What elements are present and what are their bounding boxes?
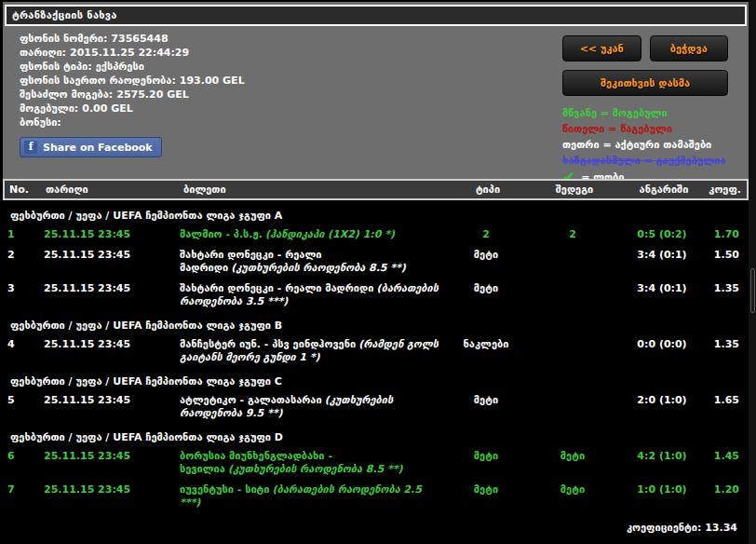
bet-info-block: ფსონის ნომერი:73565448 თარიღი:2015.11.25… xyxy=(20,32,245,157)
ask-question-button[interactable]: შეკითხვის დასმა xyxy=(562,70,728,96)
possible-win-label: შესაძლო მოგება: xyxy=(20,88,113,101)
legend-lost: წითელი = წაგებული xyxy=(562,121,728,137)
bet-number-value: 73565448 xyxy=(111,33,168,45)
row-score: 0:5 (0:2) xyxy=(623,228,701,241)
table-body: ფეხბურთი / უეფა / UEFA ჩემპიონთა ლიგა ჯგ… xyxy=(3,200,749,534)
legend: მწვანე = მოგებული წითელი = წაგებული თეთრ… xyxy=(562,105,728,185)
facebook-icon: f xyxy=(24,141,37,154)
bet-number-line: ფსონის ნომერი:73565448 xyxy=(20,32,245,46)
header-score: ანგარიში xyxy=(625,182,703,197)
row-score: 1:0 (1:0) xyxy=(623,483,701,510)
row-market: (ჰანდიკაპი (1X2) 1:0 *) xyxy=(265,228,395,240)
row-ticket: შახტარი დონეცკი - რეალი მადრიდი(კუთხურებ… xyxy=(180,249,450,275)
row-ticket: იუვენტუსი - სიტი(ბარათების რაოდენობა 2.5… xyxy=(180,483,450,510)
row-date: 25.11.15 23:45 xyxy=(36,450,180,476)
bonus-line: ბონუსი: xyxy=(20,116,245,129)
table-row: 3 25.11.15 23:45 შახტარი დონეცკი - რეალი… xyxy=(3,279,749,312)
table-row: 5 25.11.15 23:45 ატლეტიკო - გალათასარაი(… xyxy=(3,390,749,424)
row-coef: 1.65 xyxy=(701,394,743,420)
row-score: 0:0 (0:0) xyxy=(623,338,701,364)
row-score: 2:0 (1:0) xyxy=(623,394,701,420)
bet-type-value: ექსპრესი xyxy=(96,61,144,73)
row-event: შახტარი დონეცკი - რეალი მადრიდი xyxy=(180,282,373,294)
row-type: მეტი xyxy=(450,483,522,510)
actions-panel: << უკან ბეჭდვა შეკითხვის დასმა მწვანე = … xyxy=(562,35,728,185)
scrollbar-thumb[interactable] xyxy=(750,268,755,313)
group-header-d: ფეხბურთი / უეფა / UEFA ჩემპიონთა ლიგა ჯგ… xyxy=(3,424,749,446)
print-button[interactable]: ბეჭდვა xyxy=(650,35,729,61)
table-row: 4 25.11.15 23:45 მანჩესტერ იუნ. - პსვ ეი… xyxy=(3,334,749,368)
row-market: (კუთხურების რაოდენობა 8.5 **) xyxy=(231,262,406,274)
row-coef: 1.35 xyxy=(701,282,743,308)
total-coefficient: კოეფიციენტი: 13.34 xyxy=(3,513,749,534)
bet-number-label: ფსონის ნომერი: xyxy=(20,33,107,45)
date-value: 2015.11.25 22:44:29 xyxy=(70,47,189,59)
row-event: ატლეტიკო - გალათასარაი xyxy=(180,394,322,406)
row-type: მეტი xyxy=(450,450,522,476)
row-number: 2 xyxy=(3,249,36,275)
header-type: ტიპი xyxy=(452,182,524,197)
row-date: 25.11.15 23:45 xyxy=(36,394,180,420)
bet-type-line: ფსონის ტიპი:ექსპრესი xyxy=(20,60,245,74)
table-row: 6 25.11.15 23:45 ბორუსია მიუნხენგლადბახი… xyxy=(3,446,749,480)
row-result: 2 xyxy=(522,228,623,241)
header-date: თარიღი xyxy=(38,182,182,197)
row-coef: 1.35 xyxy=(701,338,743,364)
won-label: მოგებული: xyxy=(20,102,78,115)
row-type: მეტი xyxy=(450,394,522,420)
button-row: << უკან ბეჭდვა xyxy=(562,35,728,61)
row-date: 25.11.15 23:45 xyxy=(36,249,180,275)
possible-win-value: 2575.20 GEL xyxy=(116,88,188,101)
row-ticket: შახტარი დონეცკი - რეალი მადრიდი(ბარათები… xyxy=(180,282,450,308)
table-header: No. თარიღი ბილეთი ტიპი შედეგი ანგარიში კ… xyxy=(3,179,749,200)
row-number: 7 xyxy=(3,483,36,510)
row-ticket: მანჩესტერ იუნ. - პსვ ეინდჰოვენი(რამდენ გ… xyxy=(180,338,450,364)
row-date: 25.11.15 23:45 xyxy=(36,483,180,510)
row-coef: 1.70 xyxy=(701,228,743,241)
stake-value: 193.00 GEL xyxy=(180,75,245,87)
date-line: თარიღი:2015.11.25 22:44:29 xyxy=(20,46,245,60)
header-ticket: ბილეთი xyxy=(182,182,452,197)
date-label: თარიღი: xyxy=(20,47,66,59)
row-score: 4:2 (1:0) xyxy=(623,450,701,476)
won-value: 0.00 GEL xyxy=(82,102,133,115)
table-row: 7 25.11.15 23:45 იუვენტუსი - სიტი(ბარათე… xyxy=(3,480,749,513)
row-number: 1 xyxy=(3,228,36,241)
header-no: No. xyxy=(5,182,38,197)
stake-label: ფსონის საერთო რაოდენობა: xyxy=(20,75,176,87)
row-result xyxy=(522,282,623,308)
row-number: 6 xyxy=(3,450,36,476)
row-ticket: მალმიო - პ.ს.ჟ.(ჰანდიკაპი (1X2) 1:0 *) xyxy=(180,228,450,241)
row-date: 25.11.15 23:45 xyxy=(36,228,180,241)
row-type: მეტი xyxy=(450,282,522,308)
back-button[interactable]: << უკან xyxy=(562,35,641,61)
row-coef: 1.20 xyxy=(701,483,743,510)
row-coef: 1.45 xyxy=(701,450,743,476)
row-date: 25.11.15 23:45 xyxy=(36,282,180,308)
won-line: მოგებული:0.00 GEL xyxy=(20,102,245,116)
group-header-a: ფეხბურთი / უეფა / UEFA ჩემპიონთა ლიგა ჯგ… xyxy=(3,202,749,224)
row-result: მეტი xyxy=(522,450,623,476)
total-coefficient-label: კოეფიციენტი: xyxy=(627,522,701,534)
row-result xyxy=(522,249,623,275)
transaction-window: ტრანზაქციის ნახვა ფსონის ნომერი:73565448… xyxy=(3,2,749,544)
row-type: ნაკლები xyxy=(450,338,522,364)
row-event: მალმიო - პ.ს.ჟ. xyxy=(180,228,263,240)
row-result xyxy=(522,394,623,420)
share-facebook-button[interactable]: f Share on Facebook xyxy=(20,137,162,157)
legend-won: მწვანე = მოგებული xyxy=(562,105,728,121)
legend-active: თეთრი = აქტიური თამაშები xyxy=(562,137,728,153)
page-scrollbar[interactable] xyxy=(749,0,756,544)
stake-line: ფსონის საერთო რაოდენობა:193.00 GEL xyxy=(20,74,245,88)
row-type: 2 xyxy=(450,228,522,241)
total-coefficient-value: 13.34 xyxy=(705,522,737,534)
header-coef: კოეფ. xyxy=(703,182,745,197)
possible-win-line: შესაძლო მოგება:2575.20 GEL xyxy=(20,88,245,102)
row-ticket: ატლეტიკო - გალათასარაი(კუთხურების რაოდენ… xyxy=(180,394,450,420)
row-ticket: ბორუსია მიუნხენგლადბახი - სევილია(კუთხურ… xyxy=(180,450,450,476)
row-date: 25.11.15 23:45 xyxy=(36,338,180,364)
table-row: 1 25.11.15 23:45 მალმიო - პ.ს.ჟ.(ჰანდიკა… xyxy=(3,224,749,245)
row-type: მეტი xyxy=(450,249,522,275)
row-event: მანჩესტერ იუნ. - პსვ ეინდჰოვენი xyxy=(180,338,356,350)
row-result: მეტი xyxy=(522,483,623,510)
